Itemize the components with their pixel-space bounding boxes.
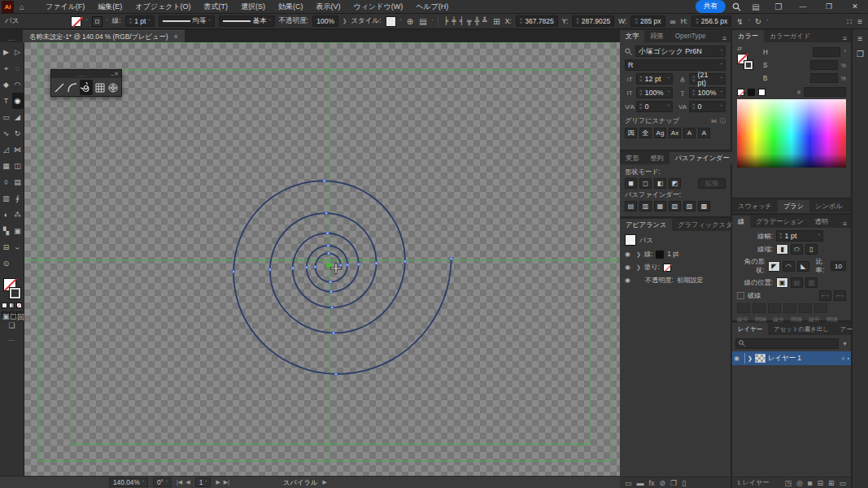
anchor-point[interactable] (330, 306, 333, 308)
align-center-stroke-icon[interactable]: ▣ (776, 277, 788, 288)
visibility-eye-icon[interactable]: ◉ (625, 251, 633, 258)
delete-icon[interactable]: ▯ (682, 479, 686, 487)
align-vcenter-icon[interactable]: ╬ (473, 17, 480, 25)
layer-row[interactable]: ◉ ❯ レイヤー 1 ○ ▪ (732, 351, 851, 365)
gap-field[interactable] (783, 303, 796, 313)
menu-window[interactable]: ウィンドウ(W) (348, 0, 409, 14)
anchor-point[interactable] (325, 211, 327, 214)
width-profile-select[interactable]: 均等ˇ (159, 15, 215, 27)
tab-pathfinder[interactable]: パスファインダー (670, 152, 735, 164)
drag-handle[interactable]: .... (54, 72, 111, 77)
unite-icon[interactable]: ◼ (625, 178, 637, 189)
tab-opentype[interactable]: OpenType (670, 30, 712, 42)
fill-swatch[interactable] (71, 16, 81, 27)
menu-effect[interactable]: 効果(C) (273, 0, 309, 14)
tab-overflow-icon[interactable]: … (0, 34, 23, 42)
anchor-point[interactable] (232, 270, 234, 272)
menu-type[interactable]: 書式(T) (198, 0, 234, 14)
font-family-select[interactable]: 小塚ゴシック Pr6Nˇ (635, 46, 726, 57)
exclude-icon[interactable]: ◩ (669, 178, 681, 189)
next-artboard-icon[interactable]: ▶ (216, 479, 220, 486)
anchor-point[interactable] (327, 252, 329, 255)
screen-mode-icon[interactable]: ❏ (8, 321, 15, 329)
dashed-checkbox[interactable] (737, 292, 744, 299)
tab-color[interactable]: カラー (732, 30, 764, 42)
duplicate-icon[interactable]: ❐ (670, 479, 677, 487)
expand-arrow-icon[interactable]: ❯ (636, 264, 641, 271)
dash-field[interactable] (768, 303, 781, 313)
column-graph-tool[interactable]: ▚ (1, 223, 12, 239)
tab-appearance[interactable]: アピアランス (620, 219, 672, 231)
panel-menu-icon[interactable]: ≡ (839, 220, 851, 228)
align-inside-stroke-icon[interactable]: ▤ (791, 277, 803, 288)
saturation-field[interactable] (810, 60, 838, 70)
fill-stroke-indicator[interactable] (3, 278, 21, 299)
artboard-tool[interactable]: ▣ (12, 223, 24, 239)
color-spectrum[interactable] (737, 99, 846, 168)
blend-tool[interactable]: ◐ (1, 207, 12, 223)
intersect-icon[interactable]: ◧ (654, 178, 666, 189)
snap-angle-icon[interactable]: A (683, 128, 696, 138)
collect-export-icon[interactable]: ◳ (785, 479, 792, 487)
zoom-tool[interactable]: ⊙ (1, 255, 12, 272)
eyedropper-tool[interactable]: ∮ (12, 190, 24, 207)
workspace-icon[interactable]: ▤ (748, 2, 764, 11)
clear-appearance-icon[interactable]: ⊘ (660, 479, 666, 487)
anchor-point[interactable] (357, 263, 360, 265)
slice-tool[interactable]: ⊟ (1, 239, 12, 255)
rectangle-tool[interactable]: ▭ (1, 109, 12, 125)
layer-selection-indicator[interactable]: ▪ (848, 355, 849, 361)
color-mode-icon[interactable] (2, 303, 7, 308)
edit-toolbar-icon[interactable]: … (8, 334, 16, 342)
layer-expand-icon[interactable]: ❯ (748, 355, 752, 362)
font-style-select[interactable]: Rˇ (625, 59, 726, 71)
spiral-tool-button[interactable] (80, 80, 93, 95)
stroke-color-swatch[interactable] (656, 251, 664, 259)
stroke-width-select[interactable]: ˄˅1 ptˇ (776, 230, 823, 242)
align-left-icon[interactable]: ╞ (443, 17, 450, 25)
last-artboard-icon[interactable]: ▶| (224, 479, 229, 486)
zoom-select[interactable]: 140.04%ˇ (109, 477, 148, 487)
document-tab[interactable]: 名称未設定-1* @ 140.04 % (RGB/プレビュー) × (23, 30, 185, 42)
search-icon[interactable] (732, 2, 741, 11)
snap-ag-icon[interactable]: Ag (654, 128, 666, 138)
filter-icon[interactable]: ▼ (842, 341, 848, 346)
minus-back-icon[interactable]: ▩ (698, 201, 710, 211)
tab-asset-export[interactable]: アセットの書き出し (768, 323, 835, 335)
align-bottom-icon[interactable]: ╩ (481, 17, 488, 25)
tab-gradient[interactable]: グラデーション (750, 216, 809, 228)
anchor-point[interactable] (375, 262, 377, 264)
canvas[interactable]: .... – ✕ (24, 42, 620, 476)
anchor-point[interactable] (334, 373, 337, 375)
type-tool[interactable]: T (1, 93, 12, 109)
stroke-indicator[interactable] (9, 287, 21, 299)
anchor-point[interactable] (305, 266, 308, 268)
align-right-icon[interactable]: ╡ (458, 17, 465, 25)
black-swatch[interactable] (748, 89, 755, 96)
kerning-field[interactable]: ˄˅0ˇ (636, 101, 673, 112)
vertical-scale-field[interactable]: ˄˅100%ˇ (636, 87, 673, 98)
magic-wand-tool[interactable]: ⌖ (1, 60, 12, 76)
layer-thumbnail[interactable] (755, 354, 765, 363)
shear-icon[interactable]: ↯ (735, 17, 744, 26)
anchor-point[interactable] (326, 232, 329, 234)
home-icon[interactable]: ⌂ (14, 2, 30, 11)
anchor-point[interactable] (329, 290, 332, 293)
bevel-join-icon[interactable]: ◣ (797, 261, 809, 272)
align-hcenter-icon[interactable]: ╪ (450, 17, 457, 25)
appearance-opacity-row[interactable]: ◉ 不透明度: 初期設定 (625, 276, 726, 285)
opacity-field[interactable]: 100% (312, 15, 338, 27)
appearance-fill-row[interactable]: ◉ ❯ 塗り: (625, 263, 726, 272)
shaper-tool[interactable]: ∿ (1, 125, 12, 142)
y-field[interactable]: ˄˅287.9025 (572, 15, 614, 27)
anchor-point[interactable] (327, 244, 329, 246)
menu-select[interactable]: 選択(S) (235, 0, 271, 14)
prev-artboard-icon[interactable]: ◀ (185, 479, 190, 486)
menu-edit[interactable]: 編集(E) (92, 0, 128, 14)
preferences-icon[interactable]: ▤ (418, 17, 427, 26)
anchor-point[interactable] (339, 264, 342, 266)
appearance-stroke-row[interactable]: ◉ ❯ 線: 1 pt (625, 250, 726, 259)
tab-stroke[interactable]: 線 (732, 216, 750, 228)
trim-icon[interactable]: ▥ (639, 201, 652, 211)
menu-help[interactable]: ヘルプ(H) (410, 0, 454, 14)
